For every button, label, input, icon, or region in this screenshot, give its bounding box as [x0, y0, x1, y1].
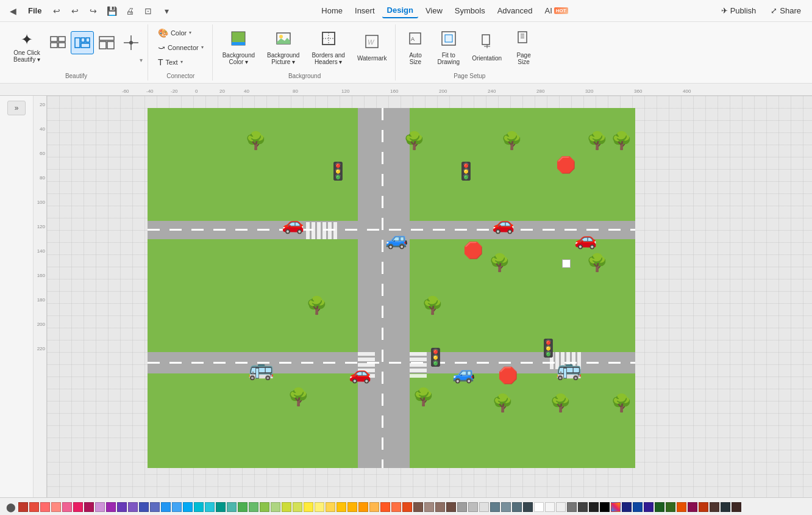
color-swatch[interactable] — [567, 502, 577, 512]
redo-button[interactable]: ↪ — [85, 3, 101, 19]
color-swatch[interactable] — [732, 502, 741, 512]
sidebar-toggle[interactable]: » — [7, 101, 26, 115]
share-button[interactable]: ⤢ Share — [764, 4, 807, 18]
more-button[interactable]: ▾ — [158, 3, 174, 19]
color-swatch[interactable] — [677, 502, 686, 512]
color-swatch[interactable] — [446, 502, 456, 512]
diagram[interactable]: 🚦 🚦 🚦 🚦 🛑 🛑 🛑 🚗 🚗 🚙 🚗 🚙 🚗 🚌 🚌 — [148, 108, 635, 468]
watermark-button[interactable]: W Watermark — [354, 26, 391, 70]
car-pink-3[interactable]: 🚗 — [349, 364, 371, 383]
color-swatch[interactable] — [106, 502, 116, 512]
color-btn[interactable]: 🎨 Color ▾ — [154, 26, 207, 40]
car-blue-2[interactable]: 🚙 — [452, 364, 475, 383]
color-swatch[interactable] — [501, 502, 511, 512]
color-swatch[interactable] — [194, 502, 204, 512]
color-swatch[interactable] — [512, 502, 522, 512]
color-swatch[interactable] — [128, 502, 138, 512]
color-swatch[interactable] — [358, 502, 368, 512]
color-swatch[interactable] — [523, 502, 533, 512]
bg-picture-button[interactable]: BackgroundPicture ▾ — [263, 26, 303, 70]
color-swatch[interactable] — [315, 502, 324, 512]
color-swatch[interactable] — [644, 502, 654, 512]
save-button[interactable]: 💾 — [104, 3, 119, 19]
menu-home[interactable]: Home — [316, 4, 347, 18]
color-swatch[interactable] — [391, 502, 401, 512]
color-swatch[interactable] — [172, 502, 182, 512]
color-swatch[interactable] — [435, 502, 445, 512]
layout-btn-1[interactable] — [46, 31, 69, 54]
color-swatch[interactable] — [73, 502, 83, 512]
stop-sign-3[interactable]: 🛑 — [498, 367, 518, 383]
color-swatch[interactable] — [655, 502, 664, 512]
color-swatch[interactable] — [589, 502, 599, 512]
color-swatch[interactable] — [84, 502, 94, 512]
color-swatch[interactable] — [51, 502, 61, 512]
color-swatch[interactable] — [413, 502, 423, 512]
connector-btn[interactable]: ⤻ Connector ▾ — [154, 41, 207, 54]
color-swatch[interactable] — [479, 502, 489, 512]
palette-menu-icon[interactable]: ⬤ — [5, 501, 17, 513]
export-button[interactable]: ⊡ — [140, 3, 156, 19]
color-swatch[interactable] — [95, 502, 105, 512]
menu-ai[interactable]: AIHOT — [540, 4, 573, 18]
color-swatch[interactable] — [260, 502, 269, 512]
color-swatch[interactable] — [40, 502, 50, 512]
color-swatch[interactable] — [666, 502, 675, 512]
color-swatch[interactable] — [402, 502, 412, 512]
auto-size-button[interactable]: A AutoSize — [402, 26, 429, 70]
menu-advanced[interactable]: Advanced — [493, 4, 538, 18]
color-swatch[interactable] — [304, 502, 313, 512]
color-swatch[interactable] — [161, 502, 171, 512]
color-swatch[interactable] — [545, 502, 555, 512]
undo-button[interactable]: ↩ — [49, 3, 65, 19]
canvas-area[interactable]: 🚦 🚦 🚦 🚦 🛑 🛑 🛑 🚗 🚗 🚙 🚗 🚙 🚗 🚌 🚌 — [47, 96, 812, 497]
expand-more[interactable]: ▾ — [140, 57, 143, 63]
color-swatch[interactable] — [380, 502, 390, 512]
color-swatch[interactable] — [227, 502, 237, 512]
color-swatch[interactable] — [139, 502, 149, 512]
borders-button[interactable]: Borders andHeaders ▾ — [308, 26, 348, 70]
color-swatch-gradient[interactable] — [611, 502, 621, 512]
color-swatch[interactable] — [622, 502, 632, 512]
orientation-button[interactable]: Orientation — [468, 26, 505, 70]
car-pink-2[interactable]: 🚗 — [492, 215, 515, 233]
color-swatch[interactable] — [600, 502, 610, 512]
color-swatch[interactable] — [150, 502, 160, 512]
color-swatch[interactable] — [117, 502, 127, 512]
color-swatch[interactable] — [457, 502, 467, 512]
menu-insert[interactable]: Insert — [350, 4, 380, 18]
color-swatch[interactable] — [183, 502, 193, 512]
fit-drawing-button[interactable]: Fit toDrawing — [433, 26, 463, 70]
bus-2[interactable]: 🚌 — [556, 358, 582, 379]
color-swatch[interactable] — [205, 502, 215, 512]
color-swatch[interactable] — [282, 502, 291, 512]
stop-sign-1[interactable]: 🛑 — [556, 157, 575, 173]
traffic-light-2[interactable]: 🚦 — [455, 163, 477, 180]
car-pink-1[interactable]: 🚗 — [282, 215, 304, 233]
color-swatch[interactable] — [369, 502, 379, 512]
color-swatch[interactable] — [556, 502, 566, 512]
menu-design[interactable]: Design — [382, 3, 418, 18]
color-swatch[interactable] — [633, 502, 643, 512]
stop-sign-2[interactable]: 🛑 — [463, 242, 483, 258]
color-swatch[interactable] — [216, 502, 226, 512]
back-button[interactable]: ◀ — [5, 3, 21, 19]
color-swatch[interactable] — [271, 502, 280, 512]
color-swatch[interactable] — [578, 502, 588, 512]
traffic-light-3[interactable]: 🚦 — [425, 349, 446, 366]
traffic-light-4[interactable]: 🚦 — [538, 340, 559, 357]
traffic-light-1[interactable]: 🚦 — [327, 163, 349, 180]
layout-btn-4[interactable] — [119, 31, 143, 54]
text-btn[interactable]: T Text ▾ — [154, 56, 207, 69]
publish-button[interactable]: ✈ Publish — [715, 4, 763, 18]
color-swatch[interactable] — [326, 502, 335, 512]
color-swatch[interactable] — [238, 502, 248, 512]
color-swatch[interactable] — [424, 502, 434, 512]
bus-1[interactable]: 🚌 — [248, 358, 274, 379]
undo-button2[interactable]: ↩ — [67, 3, 83, 19]
color-swatch[interactable] — [62, 502, 72, 512]
menu-symbols[interactable]: Symbols — [450, 4, 490, 18]
layout-btn-2[interactable] — [71, 31, 94, 54]
color-swatch[interactable] — [688, 502, 697, 512]
one-click-beautify-button[interactable]: ✦ One ClickBeautify ▾ — [10, 26, 44, 70]
